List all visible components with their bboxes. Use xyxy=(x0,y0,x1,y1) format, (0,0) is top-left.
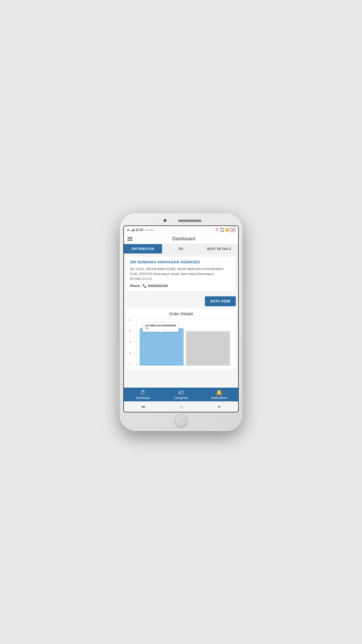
distributor-address: NO.103 A, SALEM MAIN ROAD, NEAR MADURA S… xyxy=(130,267,232,281)
y-label-5: 5 xyxy=(129,319,131,322)
y-label-4: 4 xyxy=(129,330,131,332)
tab-ds[interactable]: DS xyxy=(162,244,200,253)
signal-bar-4 xyxy=(134,229,134,231)
chart-bar-blue xyxy=(140,328,184,365)
status-time: 12:07 xyxy=(136,228,144,232)
battery-icon: 38 xyxy=(230,228,235,232)
phone-screen: 4G 12:07 0.00 KB/s ⏰ VooLTE 📶 38 xyxy=(123,225,239,412)
hamburger-menu-button[interactable] xyxy=(127,237,133,241)
tooltip-amount: ₹4 xyxy=(145,327,176,330)
tabs-container: DISTRIBUTOR DS BEAT DETAILS xyxy=(124,244,238,254)
chart-bars-area: SO-08Nov19-0000000082 ₹4 xyxy=(136,319,233,366)
signal-bar-2 xyxy=(132,230,133,231)
chart-section: Order Details 1 2 3 4 5 xyxy=(126,309,236,369)
dashboard-label: Dashboard xyxy=(136,396,150,400)
phone-label: Phone : xyxy=(130,284,142,288)
y-label-2: 2 xyxy=(129,352,131,355)
chart-title: Order Details xyxy=(129,312,233,316)
data-speed: 0.00 KB/s xyxy=(145,229,154,231)
chart-y-labels: 1 2 3 4 5 xyxy=(129,319,131,366)
y-label-3: 3 xyxy=(129,341,131,344)
network-type: 4G xyxy=(127,229,130,231)
data-view-button[interactable]: DATA VIEW xyxy=(205,296,236,306)
android-home-button[interactable]: ⌂ xyxy=(180,404,183,410)
y-label-1: 1 xyxy=(129,363,131,366)
signal-bar-1 xyxy=(131,230,132,231)
tooltip-order-id: SO-08Nov19-0000000082 xyxy=(145,324,176,327)
bottom-nav-notifications[interactable]: 🔔 Notifications xyxy=(200,389,238,400)
tab-beat-details[interactable]: BEAT DETAILS xyxy=(200,244,238,253)
hamburger-line-3 xyxy=(127,240,133,241)
status-left: 4G 12:07 0.00 KB/s xyxy=(127,228,154,232)
categories-icon: 🏷 xyxy=(178,390,184,396)
android-menu-button[interactable]: ≡ xyxy=(218,404,221,410)
lte-label: VooLTE xyxy=(220,227,224,232)
bottom-nav-categories[interactable]: 🏷 Categories xyxy=(162,390,200,400)
tab-distributor[interactable]: DISTRIBUTOR xyxy=(124,244,162,253)
top-nav: Dashboard xyxy=(124,234,238,244)
android-back-button[interactable]: ⬅ xyxy=(141,404,145,410)
signal-bars xyxy=(131,228,134,231)
notifications-icon: 🔔 xyxy=(216,389,222,396)
chart-tooltip: SO-08Nov19-0000000082 ₹4 xyxy=(143,322,179,332)
android-nav-bar: ⬅ ⌂ ≡ xyxy=(124,401,238,412)
distributor-card: SRI SUNDARA VINAYAGAR AGENCIES NO.103 A,… xyxy=(126,256,236,292)
wifi-icon: 📶 xyxy=(225,228,229,232)
phone-icon: 📞 xyxy=(143,284,147,288)
alarm-icon: ⏰ xyxy=(215,228,219,231)
home-button[interactable] xyxy=(175,414,188,427)
phone-number: 04342232100 xyxy=(148,284,168,288)
distributor-name: SRI SUNDARA VINAYAGAR AGENCIES xyxy=(130,260,232,264)
gridline-1 xyxy=(137,319,233,319)
tooltip-arrow xyxy=(159,332,162,333)
notifications-label: Notifications xyxy=(211,396,227,400)
bottom-nav-dashboard[interactable]: ⏱ Dashboard xyxy=(124,390,162,400)
dashboard-icon: ⏱ xyxy=(140,390,145,396)
front-camera xyxy=(164,219,166,222)
earpiece xyxy=(178,220,201,222)
status-bar: 4G 12:07 0.00 KB/s ⏰ VooLTE 📶 38 xyxy=(124,226,238,234)
bottom-nav: ⏱ Dashboard 🏷 Categories 🔔 Notifications xyxy=(124,388,238,401)
categories-label: Categories xyxy=(174,396,188,400)
content-area: DISTRIBUTOR DS BEAT DETAILS SRI SUNDARA … xyxy=(124,244,238,388)
phone-frame: 4G 12:07 0.00 KB/s ⏰ VooLTE 📶 38 xyxy=(120,213,242,431)
chart-wrapper: 1 2 3 4 5 xyxy=(129,319,233,366)
distributor-phone: Phone : 📞 04342232100 xyxy=(130,284,232,288)
status-right: ⏰ VooLTE 📶 38 xyxy=(215,227,235,232)
hamburger-line-1 xyxy=(127,237,133,238)
hamburger-line-2 xyxy=(127,239,133,239)
signal-bar-3 xyxy=(133,229,133,231)
chart-bar-gray xyxy=(186,331,230,365)
page-title: Dashboard xyxy=(133,236,235,242)
data-view-section: DATA VIEW xyxy=(124,294,238,306)
